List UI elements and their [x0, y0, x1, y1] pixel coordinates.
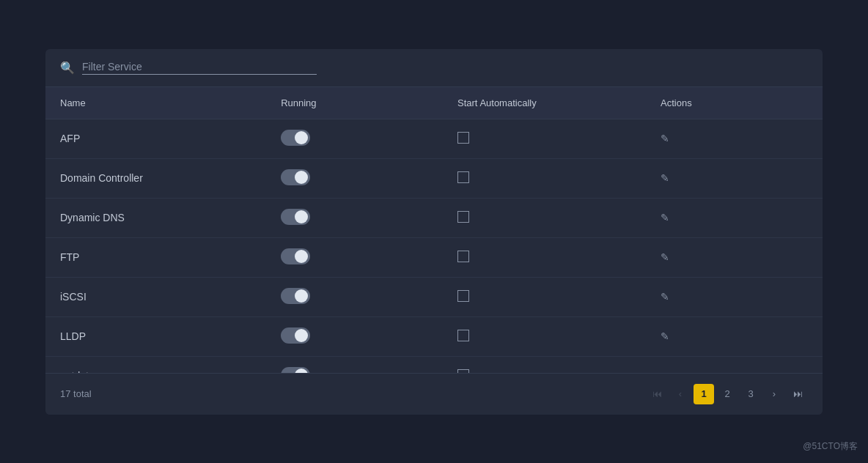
table-row: Domain Controller✎ [45, 158, 823, 198]
running-toggle[interactable] [281, 367, 310, 373]
page-3-button[interactable]: 3 [740, 384, 761, 404]
table-row: FTP✎ [45, 237, 823, 277]
search-bar: 🔍 [45, 49, 823, 87]
toggle-track [281, 288, 310, 304]
page-1-button[interactable]: 1 [694, 384, 714, 404]
total-count: 17 total [60, 388, 92, 399]
toggle-track [281, 130, 310, 146]
prev-page-button[interactable]: ‹ [670, 384, 691, 404]
toggle-thumb [295, 210, 308, 223]
service-start-auto-cell [443, 277, 646, 316]
services-table: Name Running Start Automatically Actions… [45, 87, 823, 373]
toggle-track [281, 169, 310, 185]
service-start-auto-cell [443, 316, 646, 356]
edit-icon[interactable]: ✎ [661, 133, 669, 144]
service-start-auto-cell [443, 356, 646, 373]
start-auto-checkbox[interactable] [457, 171, 469, 183]
running-toggle[interactable] [281, 209, 310, 225]
start-auto-checkbox[interactable] [457, 330, 469, 341]
service-running-cell [266, 158, 443, 198]
start-auto-checkbox[interactable] [457, 211, 469, 223]
service-start-auto-cell [443, 158, 646, 198]
service-name-cell: Domain Controller [45, 158, 266, 198]
service-start-auto-cell [443, 237, 646, 277]
search-underline [82, 74, 317, 75]
service-start-auto-cell [443, 119, 646, 158]
service-running-cell [266, 277, 443, 316]
toggle-thumb [295, 171, 308, 184]
toggle-thumb [295, 289, 308, 303]
service-actions-cell: ✎ [646, 198, 823, 237]
running-toggle[interactable] [281, 130, 310, 146]
toggle-track [281, 248, 310, 264]
toggle-thumb [295, 250, 308, 263]
service-running-cell [266, 237, 443, 277]
edit-icon[interactable]: ✎ [661, 251, 669, 263]
edit-icon[interactable]: ✎ [661, 330, 669, 342]
service-name-cell: iSCSI [45, 277, 266, 316]
toggle-thumb [295, 329, 308, 342]
table-wrapper: Name Running Start Automatically Actions… [45, 87, 823, 373]
service-actions-cell: ✎ [646, 277, 823, 316]
start-auto-checkbox[interactable] [457, 251, 469, 262]
last-page-button[interactable]: ⏭ [787, 384, 808, 404]
service-name-cell: LLDP [45, 316, 266, 356]
running-toggle[interactable] [281, 288, 310, 304]
watermark: @51CTO博客 [803, 440, 858, 453]
table-row: netdata [45, 356, 823, 373]
table-header-row: Name Running Start Automatically Actions [45, 87, 823, 119]
toggle-track [281, 327, 310, 344]
service-running-cell [266, 198, 443, 237]
table-row: Dynamic DNS✎ [45, 198, 823, 237]
first-page-button[interactable]: ⏮ [647, 384, 667, 404]
service-name-cell: FTP [45, 237, 266, 277]
service-name-cell: netdata [45, 356, 266, 373]
service-actions-cell: ✎ [646, 237, 823, 277]
search-icon: 🔍 [60, 61, 75, 75]
table-row: iSCSI✎ [45, 277, 823, 316]
service-running-cell [266, 119, 443, 158]
table-row: AFP✎ [45, 119, 823, 158]
service-actions-cell: ✎ [646, 158, 823, 198]
edit-icon[interactable]: ✎ [661, 172, 669, 184]
toggle-thumb [295, 131, 308, 144]
header-start-auto: Start Automatically [443, 87, 646, 119]
next-page-button[interactable]: › [764, 384, 784, 404]
header-running: Running [266, 87, 443, 119]
service-actions-cell: ✎ [646, 119, 823, 158]
header-name: Name [45, 87, 266, 119]
start-auto-checkbox[interactable] [457, 290, 469, 302]
search-input[interactable] [82, 61, 302, 73]
start-auto-checkbox[interactable] [457, 132, 469, 144]
service-actions-cell: ✎ [646, 316, 823, 356]
running-toggle[interactable] [281, 327, 310, 344]
running-toggle[interactable] [281, 248, 310, 264]
pagination: ⏮ ‹ 1 2 3 › ⏭ [647, 384, 808, 404]
table-row: LLDP✎ [45, 316, 823, 356]
services-panel: 🔍 Name Running Start Automatically Actio… [45, 49, 823, 415]
toggle-thumb [295, 368, 308, 373]
edit-icon[interactable]: ✎ [661, 212, 669, 223]
toggle-track [281, 367, 310, 373]
service-running-cell [266, 316, 443, 356]
toggle-track [281, 209, 310, 225]
service-name-cell: Dynamic DNS [45, 198, 266, 237]
service-actions-cell [646, 356, 823, 373]
page-2-button[interactable]: 2 [717, 384, 738, 404]
table-footer: 17 total ⏮ ‹ 1 2 3 › ⏭ [45, 373, 823, 415]
running-toggle[interactable] [281, 169, 310, 185]
edit-icon[interactable]: ✎ [661, 291, 669, 303]
start-auto-checkbox[interactable] [457, 369, 469, 373]
service-start-auto-cell [443, 198, 646, 237]
service-name-cell: AFP [45, 119, 266, 158]
header-actions: Actions [646, 87, 823, 119]
service-running-cell [266, 356, 443, 373]
